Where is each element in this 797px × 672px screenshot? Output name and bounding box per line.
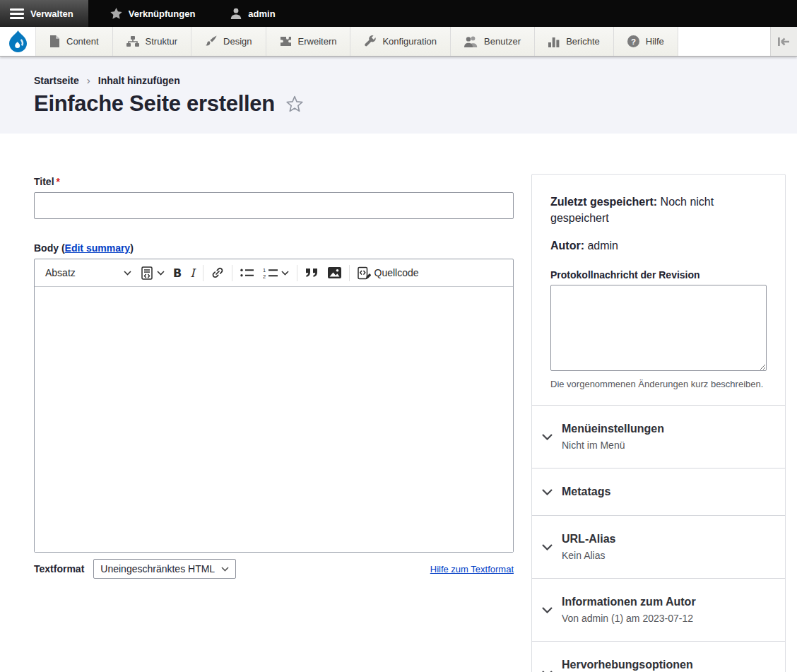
manage-label: Verwalten [30,8,73,19]
blockquote-button[interactable] [301,264,324,281]
link-button[interactable] [207,263,228,283]
toolbar-orientation-toggle[interactable] [770,27,797,56]
accordion-title: Informationen zum Autor [562,596,696,608]
user-label: admin [248,8,275,19]
revision-log-description: Die vorgenommenen Änderungen kurz beschr… [550,379,767,389]
blockquote-icon [305,268,319,278]
shortcuts-menu-button[interactable]: Verknüpfungen [98,0,208,27]
tab-configuration[interactable]: Konfiguration [350,27,451,56]
page-header: Startseite › Inhalt hinzufügen Einfache … [0,57,797,134]
shortcuts-label: Verknüpfungen [129,8,196,19]
accordion-summary: Kein Alias [562,550,615,561]
tab-configuration-label: Konfiguration [382,36,437,47]
star-icon [110,8,122,19]
bulleted-list-icon [240,268,254,278]
hamburger-icon [10,8,24,19]
accordion-url-alias[interactable]: URL-Alias Kein Alias [532,515,785,578]
text-format-select[interactable]: Uneingeschränktes HTML [93,559,236,579]
tab-reports[interactable]: Berichte [535,27,614,56]
accordion-promotion-options[interactable]: Hervorhebungsoptionen [532,641,785,672]
paintbrush-icon [205,35,217,47]
accordion-title: URL-Alias [562,533,615,546]
svg-text:?: ? [631,37,636,46]
text-format-value: Uneingeschränktes HTML [100,563,215,574]
chevron-down-icon [541,489,553,495]
drupal-logo-icon [8,30,28,52]
svg-text:2: 2 [263,273,266,278]
tab-help[interactable]: ? Hilfe [614,27,678,56]
user-menu-button[interactable]: admin [218,0,287,27]
tab-appearance-label: Design [223,36,252,47]
source-button-label: Quellcode [374,267,419,278]
breadcrumb-home[interactable]: Startseite [34,75,79,86]
title-label-text: Titel [34,176,54,187]
numbered-list-button[interactable]: 12 [259,264,293,282]
italic-button[interactable]: I [186,263,199,283]
admin-menu-tray: Content Struktur Design Erweitern Konfig… [0,27,797,57]
bulleted-list-button[interactable] [236,264,259,281]
body-editor: Absatz B I [34,259,514,553]
toolbar-divider [232,265,232,281]
accordion-summary: Von admin (1) am 2023-07-12 [562,613,696,624]
body-label-suffix: ) [130,242,134,254]
chevron-down-icon [541,607,553,613]
accordion-title: Hervorhebungsoptionen [562,659,693,671]
accordion-title: Metatags [562,485,610,498]
bold-button[interactable]: B [169,263,186,283]
accordion-metatags[interactable]: Metatags [532,468,785,515]
insert-template-button[interactable] [137,263,169,283]
accordion-menu-settings[interactable]: Menüeinstellungen Nicht im Menü [532,405,785,468]
tab-help-label: Hilfe [646,36,664,47]
image-icon [328,267,341,278]
text-format-label: Textformat [34,563,84,574]
admin-toolbar: Verwalten Verknüpfungen admin [0,0,797,27]
tab-structure-label: Struktur [146,36,178,47]
paragraph-style-dropdown[interactable]: Absatz [40,264,137,282]
tab-appearance[interactable]: Design [191,27,266,56]
chevron-down-icon [157,271,165,276]
insert-template-icon [141,266,153,280]
tab-people[interactable]: Benutzer [451,27,535,56]
tab-extend[interactable]: Erweitern [266,27,351,56]
tab-content-label: Content [66,36,99,47]
last-saved-label: Zuletzt gespeichert: [550,196,657,208]
user-icon [230,8,242,19]
chevron-down-icon [541,434,553,440]
bar-chart-icon [548,36,560,47]
source-button[interactable]: Quellcode [353,263,423,283]
chevron-down-icon [124,271,131,276]
paragraph-style-label: Absatz [45,267,76,278]
numbered-list-icon: 12 [263,268,278,278]
text-format-help-link[interactable]: Hilfe zum Textformat [430,564,514,574]
file-icon [49,35,60,47]
editor-toolbar: Absatz B I [35,259,513,287]
editor-content-area[interactable] [35,287,513,552]
tab-structure[interactable]: Struktur [113,27,192,56]
title-input[interactable] [34,192,514,219]
main-content: Titel* Body (Edit summary) Absatz B I [0,134,797,672]
chevron-down-icon [221,567,229,572]
accordion-author-info[interactable]: Informationen zum Autor Von admin (1) am… [532,578,785,641]
manage-menu-button[interactable]: Verwalten [0,0,88,27]
tab-people-label: Benutzer [484,36,521,47]
breadcrumb-separator: › [87,74,90,86]
drupal-home-button[interactable] [0,27,36,56]
tab-extend-label: Erweitern [298,36,337,47]
body-field-label: Body (Edit summary) [34,242,514,254]
puzzle-icon [280,36,292,47]
revision-log-textarea[interactable] [550,285,767,371]
node-meta: Zuletzt gespeichert: Noch nicht gespeich… [532,175,785,254]
insert-image-button[interactable] [324,264,346,282]
link-icon [211,266,224,279]
shortcut-star-icon[interactable] [285,95,304,113]
chevron-down-icon [281,271,289,276]
tab-content[interactable]: Content [36,27,113,56]
title-field-label: Titel* [34,176,514,187]
source-code-icon [358,266,371,280]
accordion-summary: Nicht im Menü [562,440,664,451]
collapse-left-icon [777,37,791,47]
edit-summary-link[interactable]: Edit summary [65,242,131,254]
revision-log-section: Protokollnachricht der Revision Die vorg… [532,265,785,405]
revision-log-label: Protokollnachricht der Revision [550,269,767,281]
author-value: admin [584,240,618,252]
